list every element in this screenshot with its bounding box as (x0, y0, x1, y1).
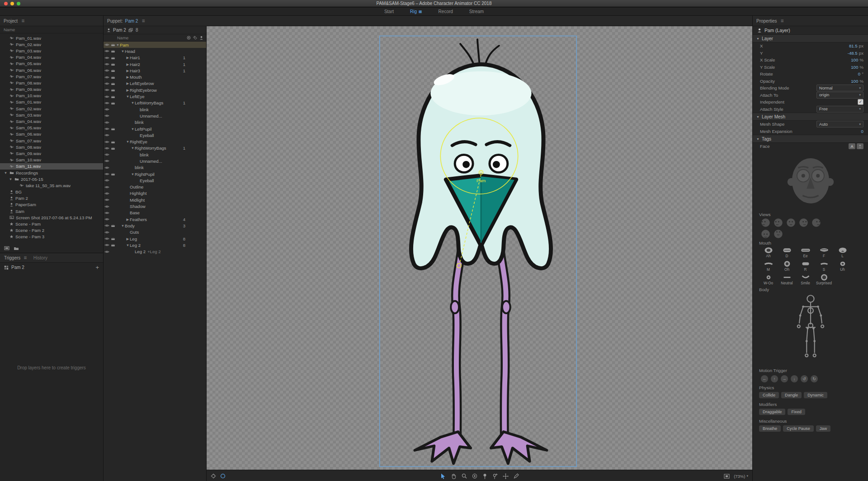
visibility-eye-icon[interactable] (104, 75, 110, 79)
puppet-layer-row[interactable]: Unnamed... (104, 113, 206, 119)
modifier-fixed-button[interactable]: Fixed (788, 409, 805, 415)
mouth-viseme-uh[interactable]: Uh (833, 260, 852, 272)
motion-trigger-down-icon[interactable]: ↓ (791, 375, 798, 382)
puppet-layer-row[interactable]: ▼LeftPupil (104, 126, 206, 132)
twirl-icon[interactable]: ▼ (131, 146, 135, 150)
puppet-layer-row[interactable]: ▶LeftEyebrow (104, 80, 206, 87)
puppet-root-row[interactable]: Pam 2 8 (104, 26, 206, 34)
puppet-layer-row[interactable]: Guts (104, 229, 206, 236)
hand-tool-icon[interactable] (451, 473, 457, 479)
section-layer-mesh[interactable]: ▼ Layer Mesh (753, 113, 868, 121)
twirl-icon[interactable]: ▶ (126, 56, 130, 60)
mouth-viseme-d[interactable]: D (778, 246, 796, 258)
mode-tab-record[interactable]: Record (439, 9, 453, 14)
mode-tab-rig[interactable]: Rig▦ (410, 9, 422, 14)
twirl-icon[interactable]: ▶ (126, 237, 130, 241)
tab-history[interactable]: History (33, 255, 47, 260)
project-item[interactable]: Pam 2 (0, 195, 103, 202)
puppet-layer-row[interactable]: ▼LeftEye (104, 93, 206, 99)
mode-tab-start[interactable]: Start (384, 9, 394, 14)
independence-crown-icon[interactable] (110, 224, 116, 227)
mouth-viseme-ee[interactable]: Ee (796, 246, 815, 258)
project-item[interactable]: PaperSam (0, 202, 103, 208)
panel-menu-icon[interactable]: ≣ (21, 19, 25, 23)
puppet-layer-row[interactable]: ▼RightWorryBags1 (104, 145, 206, 151)
visibility-eye-icon[interactable] (104, 250, 110, 254)
puppet-layer-row[interactable]: Leg 2+Leg 2 (104, 249, 206, 255)
puppet-layer-row[interactable]: ▶RightEyebrow (104, 87, 206, 93)
physics-dynamic-button[interactable]: Dynamic (804, 392, 827, 398)
pen-tool-icon[interactable] (514, 473, 519, 479)
project-item[interactable]: Pam_10.wav (0, 93, 103, 99)
visibility-eye-icon[interactable] (104, 159, 110, 163)
project-item[interactable]: Scene - Pam (0, 221, 103, 227)
twirl-icon[interactable]: ▼ (131, 101, 135, 105)
panel-menu-icon[interactable]: ≣ (142, 19, 145, 23)
record-tool-icon[interactable] (472, 473, 477, 479)
motion-trigger-cw-icon[interactable]: ↻ (811, 375, 818, 382)
visibility-eye-icon[interactable] (104, 82, 110, 85)
puppet-layer-row[interactable]: Highlight (104, 190, 206, 197)
visibility-eye-icon[interactable] (104, 179, 110, 182)
panel-menu-icon[interactable]: ≣ (781, 19, 784, 23)
independence-crown-icon[interactable] (110, 101, 116, 105)
property-value[interactable]: 100% (851, 65, 863, 70)
project-item[interactable]: Sam_04.wav (0, 118, 103, 124)
property-value[interactable]: 100% (851, 57, 863, 62)
project-item[interactable]: Pam_02.wav (0, 41, 103, 47)
record-toggle-icon[interactable] (187, 36, 191, 40)
project-item[interactable]: Sam_02.wav (0, 105, 103, 112)
puppet-layer-row[interactable]: blink (104, 119, 206, 126)
view-face-icon[interactable] (799, 218, 808, 227)
visibility-eye-icon[interactable] (104, 133, 110, 137)
motion-trigger-ccw-icon[interactable]: ↺ (801, 375, 808, 382)
view-face-icon[interactable] (811, 218, 821, 227)
tab-triggers[interactable]: Triggers ≣ (4, 255, 27, 260)
puppet-layer-row[interactable]: Eyeball (104, 132, 206, 138)
visibility-eye-icon[interactable] (104, 153, 110, 156)
physics-collide-button[interactable]: Collide (759, 392, 779, 398)
physics-dangle-button[interactable]: Dangle (781, 392, 802, 398)
puppet-layer-row[interactable]: ▶Mouth (104, 74, 206, 80)
puppet-layer-row[interactable]: blink (104, 106, 206, 113)
fit-view-icon[interactable] (724, 474, 730, 479)
visibility-eye-icon[interactable] (104, 43, 110, 47)
visibility-eye-icon[interactable] (104, 237, 110, 240)
mouth-viseme-surprised[interactable]: Surprised (815, 274, 833, 285)
project-item[interactable]: ▼2017-05-15 (0, 176, 103, 182)
puppet-layer-row[interactable]: blink (104, 151, 206, 158)
mode-tab-stream[interactable]: Stream (469, 9, 484, 14)
puppet-layer-row[interactable]: ▼LeftWorryBags1 (104, 100, 206, 106)
project-item[interactable]: Sam_05.wav (0, 125, 103, 131)
independence-crown-icon[interactable] (110, 237, 116, 240)
twirl-icon[interactable]: ▶ (126, 217, 130, 222)
visibility-eye-icon[interactable] (104, 56, 110, 60)
puppet-layer-row[interactable]: ▶Feathers4 (104, 216, 206, 222)
independence-crown-icon[interactable] (110, 88, 116, 92)
puppet-layer-row[interactable]: Eyeball (104, 177, 206, 184)
independence-crown-icon[interactable] (110, 49, 116, 53)
property-checkbox[interactable]: ✓ (858, 99, 863, 105)
property-dropdown[interactable]: Free▾ (816, 106, 863, 113)
independence-crown-icon[interactable] (110, 75, 116, 79)
project-item[interactable]: Sam_07.wav (0, 137, 103, 144)
property-value[interactable]: 100% (851, 79, 863, 84)
twirl-icon[interactable]: ▼ (126, 140, 130, 144)
project-item[interactable]: Pam_09.wav (0, 86, 103, 93)
independence-crown-icon[interactable] (110, 56, 116, 60)
misc-breathe-button[interactable]: Breathe (759, 425, 781, 432)
misc-cycle-pause-button[interactable]: Cycle Pause (783, 425, 814, 432)
view-face-icon[interactable] (761, 229, 770, 239)
project-item[interactable]: Scene - Pam 3 (0, 234, 103, 240)
project-item[interactable]: take 11_50_35 am.wav (0, 182, 103, 189)
panel-menu-icon[interactable]: ≣ (24, 255, 27, 260)
visibility-eye-icon[interactable] (104, 192, 110, 195)
transform-tool-icon[interactable] (503, 473, 509, 479)
visibility-eye-icon[interactable] (104, 127, 110, 131)
independence-crown-icon[interactable] (110, 95, 116, 99)
twirl-icon[interactable]: ▶ (126, 88, 130, 92)
visibility-eye-icon[interactable] (104, 62, 110, 66)
motion-trigger-up-icon[interactable]: ↑ (771, 375, 778, 382)
puppet-layer-row[interactable]: Shadow (104, 203, 206, 209)
minimize-window-button[interactable] (10, 2, 14, 5)
